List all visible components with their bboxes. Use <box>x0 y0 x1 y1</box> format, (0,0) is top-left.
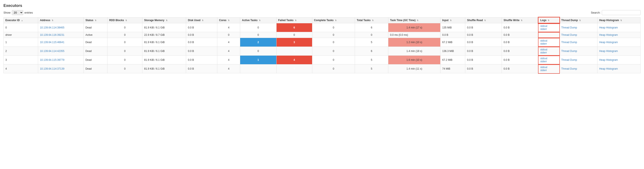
cell-failed-tasks: 6 <box>276 23 312 32</box>
search-input[interactable] <box>602 10 640 15</box>
col-rdd-blocks[interactable]: RDD Blocks ⇅ <box>108 18 142 23</box>
cell-rdd-blocks: 0 <box>108 64 142 73</box>
cell-storage-memory: 81.9 KiB / 6.1 GiB <box>142 23 186 32</box>
heap-histogram-link[interactable]: Heap Histogram <box>599 50 618 53</box>
cell-address[interactable]: 10.139.64.115:39779 <box>38 56 84 64</box>
log-stdout-link[interactable]: stdout <box>540 39 547 42</box>
cell-complete-tasks: 0 <box>312 64 355 73</box>
col-task-time[interactable]: Task Time (GC Time) ⇅ <box>388 18 440 23</box>
table-row: 210.139.64.114:42355Dead081.9 KiB / 6.1 … <box>4 47 640 56</box>
cell-active-tasks: 0 <box>240 47 276 56</box>
heap-histogram-link[interactable]: Heap Histogram <box>599 58 618 61</box>
entries-label: entries <box>24 11 33 14</box>
col-total-tasks[interactable]: Total Tasks ⇅ <box>355 18 388 23</box>
cell-complete-tasks: 0 <box>312 47 355 56</box>
col-input[interactable]: Input ⇅ <box>440 18 465 23</box>
col-status[interactable]: Status ⇅ <box>84 18 107 23</box>
entries-select[interactable]: 102050100 <box>12 10 23 15</box>
cell-complete-tasks: 0 <box>312 32 355 38</box>
cell-failed-tasks: 6 <box>276 47 312 56</box>
cell-disk-used: 0.0 B <box>186 23 217 32</box>
heap-histogram-link[interactable]: Heap Histogram <box>599 33 618 37</box>
cell-input: 67.2 MiB <box>440 56 465 64</box>
cell-shuffle-read: 0.0 B <box>465 23 502 32</box>
cell-shuffle-write: 0.0 B <box>502 56 538 64</box>
cell-shuffle-read: 0.0 B <box>465 32 502 38</box>
col-executor-id[interactable]: Executor ID ▲ <box>4 18 38 23</box>
cell-failed-tasks: 4 <box>276 56 312 64</box>
sort-arrow-executor-id: ▲ <box>21 19 23 22</box>
log-stderr-link[interactable]: stderr <box>540 69 547 72</box>
cell-shuffle-write: 0.0 B <box>502 47 538 56</box>
cell-task-time: 1.4 min (17 s) <box>388 23 440 32</box>
col-active-tasks[interactable]: Active Tasks ⇅ <box>240 18 276 23</box>
log-stderr-link[interactable]: stderr <box>540 42 547 45</box>
thread-dump-link[interactable]: Thread Dump <box>561 50 577 53</box>
cell-shuffle-read: 0.0 B <box>465 38 502 47</box>
cell-disk-used: 0.0 B <box>186 64 217 73</box>
col-logs[interactable]: Logs ⇅ <box>538 18 559 23</box>
col-cores[interactable]: Cores ⇅ <box>217 18 240 23</box>
cell-input: 67.2 MiB <box>440 38 465 47</box>
cell-failed-tasks: 0 <box>276 32 312 38</box>
cell-active-tasks: 1 <box>240 64 276 73</box>
cell-address[interactable]: 10.139.64.115:46641 <box>38 38 84 47</box>
search-label: Search: <box>591 11 600 14</box>
cell-failed-tasks: 4 <box>276 64 312 73</box>
log-stdout-link[interactable]: stdout <box>540 66 547 69</box>
col-failed-tasks[interactable]: Failed Tasks ⇅ <box>276 18 312 23</box>
cell-input: 135 MiB <box>440 23 465 32</box>
sort-arrow-thread: ⇅ <box>579 19 581 22</box>
cell-address[interactable]: 10.139.64.114:38465 <box>38 23 84 32</box>
log-stdout-link[interactable]: stdout <box>540 25 547 28</box>
table-body: 010.139.64.114:38465Dead081.9 KiB / 6.1 … <box>4 23 640 73</box>
cell-executor-id: 3 <box>4 56 38 64</box>
thread-dump-link[interactable]: Thread Dump <box>561 41 577 44</box>
log-stdout-link[interactable]: stdout <box>540 57 547 60</box>
cell-total-tasks: 5 <box>355 56 388 64</box>
cell-thread-dump: Thread Dump <box>559 23 597 32</box>
heap-histogram-link[interactable]: Heap Histogram <box>599 67 618 70</box>
col-thread-dump[interactable]: Thread Dump ⇅ <box>559 18 597 23</box>
col-complete-tasks[interactable]: Complete Tasks ⇅ <box>312 18 355 23</box>
cell-disk-used: 0.0 B <box>186 38 217 47</box>
cell-active-tasks: 1 <box>240 56 276 64</box>
col-address[interactable]: Address ⇅ <box>38 18 84 23</box>
col-disk-used[interactable]: Disk Used ⇅ <box>186 18 217 23</box>
heap-histogram-link[interactable]: Heap Histogram <box>599 41 618 44</box>
cell-rdd-blocks: 0 <box>108 56 142 64</box>
cell-logs: stdoutstderr <box>538 23 559 32</box>
log-stderr-link[interactable]: stderr <box>540 28 547 31</box>
thread-dump-link[interactable]: Thread Dump <box>561 26 577 29</box>
cell-complete-tasks: 0 <box>312 38 355 47</box>
cell-address[interactable]: 10.139.64.116:39231 <box>38 32 84 38</box>
sort-arrow-failed: ⇅ <box>295 19 296 22</box>
cell-storage-memory: 81.9 KiB / 6.1 GiB <box>142 64 186 73</box>
cell-executor-id: 2 <box>4 47 38 56</box>
thread-dump-link[interactable]: Thread Dump <box>561 67 577 70</box>
heap-histogram-link[interactable]: Heap Histogram <box>599 26 618 29</box>
thread-dump-link[interactable]: Thread Dump <box>561 58 577 61</box>
log-stderr-link[interactable]: stderr <box>540 60 547 63</box>
cell-total-tasks: 5 <box>355 64 388 73</box>
log-stdout-link[interactable]: stdout <box>540 48 547 51</box>
cell-address[interactable]: 10.139.64.114:37139 <box>38 64 84 73</box>
log-stderr-link[interactable]: stderr <box>540 51 547 54</box>
search-control: Search: <box>591 10 640 15</box>
cell-address[interactable]: 10.139.64.114:42355 <box>38 47 84 56</box>
cell-shuffle-write: 0.0 B <box>502 38 538 47</box>
col-heap-histogram[interactable]: Heap Histogram ⇅ <box>597 18 640 23</box>
top-bar: Show 102050100 entries Search: <box>4 10 640 15</box>
cell-complete-tasks: 0 <box>312 56 355 64</box>
col-shuffle-write[interactable]: Shuffle Write ⇅ <box>502 18 538 23</box>
cell-task-time: 1.4 min (18 s) <box>388 47 440 56</box>
sort-arrow-storage: ⇅ <box>166 19 168 22</box>
cell-heap-histogram: Heap Histogram <box>597 47 640 56</box>
cell-cores: 4 <box>217 47 240 56</box>
sort-arrow-rdd: ⇅ <box>125 19 127 22</box>
sort-arrow-total: ⇅ <box>372 19 374 22</box>
table-row: 110.139.64.115:46641Dead081.9 KiB / 6.1 … <box>4 38 640 47</box>
thread-dump-link[interactable]: Thread Dump <box>561 33 577 37</box>
col-shuffle-read[interactable]: Shuffle Read ⇅ <box>465 18 502 23</box>
col-storage-memory[interactable]: Storage Memory ⇅ <box>142 18 186 23</box>
